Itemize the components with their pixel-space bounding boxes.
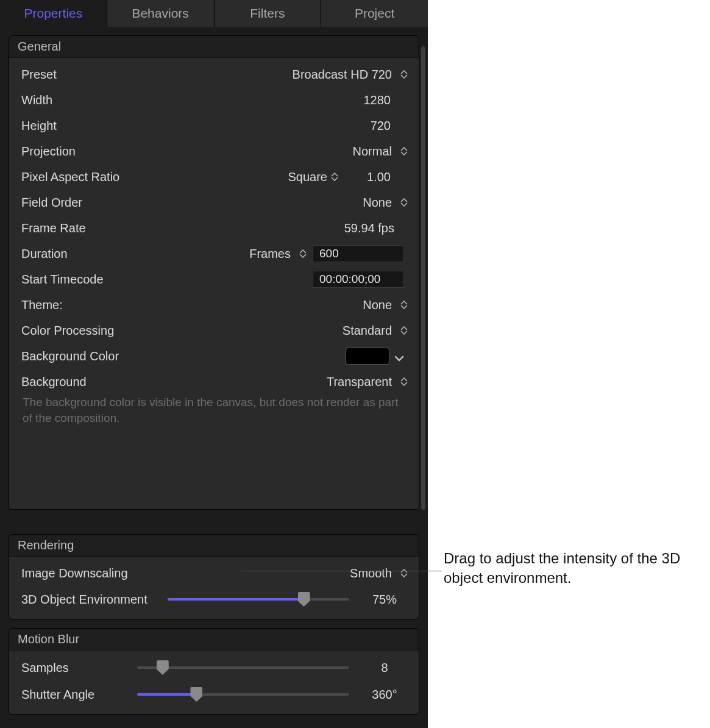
- width-label: Width: [21, 93, 149, 107]
- par-number[interactable]: 1.00: [358, 170, 394, 184]
- env-slider-fill: [168, 598, 304, 601]
- row-background-color: Background Color: [9, 343, 419, 369]
- inspector-panel: Properties Behaviors Filters Project Gen…: [0, 0, 428, 728]
- row-preset: Preset Broadcast HD 720: [9, 62, 419, 87]
- shutter-slider-thumb[interactable]: [190, 687, 202, 702]
- bgcolor-label: Background Color: [21, 349, 149, 363]
- tab-bar: Properties Behaviors Filters Project: [0, 0, 428, 27]
- shutter-slider-fill: [137, 693, 196, 696]
- preset-label: Preset: [21, 68, 149, 82]
- shutter-value[interactable]: 360°: [360, 688, 409, 702]
- row-color-processing: Color Processing Standard: [9, 318, 419, 343]
- row-projection: Projection Normal: [9, 138, 419, 164]
- row-height: Height 720: [9, 113, 419, 138]
- height-label: Height: [21, 119, 149, 133]
- height-value-text: 720: [371, 119, 394, 132]
- frame-rate-value[interactable]: 59.94 fps: [149, 221, 399, 235]
- scrollbar-thumb[interactable]: [421, 46, 425, 510]
- section-motion-blur: Motion Blur Samples 8 Shutter Angle: [9, 628, 419, 715]
- scroll-area: General Preset Broadcast HD 720 Width 12…: [0, 35, 428, 728]
- env-slider[interactable]: [168, 593, 349, 606]
- samples-label: Samples: [21, 661, 137, 675]
- start-tc-label: Start Timecode: [21, 273, 149, 287]
- height-value[interactable]: 720: [149, 119, 399, 133]
- row-field-order: Field Order None: [9, 190, 419, 215]
- row-start-timecode: Start Timecode 00:00:00;00: [9, 266, 419, 292]
- section-rendering: Rendering Image Downscaling Smooth 3D Ob…: [9, 534, 419, 619]
- tab-filters[interactable]: Filters: [215, 0, 322, 27]
- env-label: 3D Object Environment: [21, 593, 168, 607]
- frame-rate-value-text: 59.94 fps: [344, 221, 394, 235]
- background-label: Background: [21, 375, 149, 389]
- preset-value[interactable]: Broadcast HD 720: [149, 68, 397, 82]
- chevron-down-icon[interactable]: [394, 351, 404, 361]
- color-proc-label: Color Processing: [21, 324, 149, 338]
- updn-icon[interactable]: [399, 68, 409, 80]
- updn-icon[interactable]: [330, 171, 339, 183]
- row-background: Background Transparent: [9, 369, 419, 394]
- env-value[interactable]: 75%: [360, 593, 409, 607]
- section-body-rendering: Image Downscaling Smooth 3D Object Envir…: [9, 557, 419, 619]
- updn-icon[interactable]: [298, 248, 308, 260]
- row-width: Width 1280: [9, 87, 419, 113]
- section-body-motion-blur: Samples 8 Shutter Angle 360°: [9, 651, 419, 714]
- updn-icon[interactable]: [399, 145, 409, 157]
- updn-icon[interactable]: [399, 299, 409, 311]
- width-value-text: 1280: [364, 93, 395, 107]
- updn-icon[interactable]: [399, 376, 409, 388]
- shutter-label: Shutter Angle: [21, 688, 137, 702]
- start-tc-input[interactable]: 00:00:00;00: [313, 271, 404, 288]
- section-header-motion-blur[interactable]: Motion Blur: [9, 629, 419, 651]
- row-shutter-angle: Shutter Angle 360°: [9, 681, 419, 708]
- theme-value[interactable]: None: [149, 298, 397, 312]
- shutter-slider[interactable]: [137, 688, 349, 701]
- projection-value-text: Normal: [353, 145, 392, 158]
- tab-behaviors[interactable]: Behaviors: [107, 0, 215, 27]
- tab-properties[interactable]: Properties: [0, 0, 107, 27]
- callout-text: Drag to adjust the intensity of the 3D o…: [444, 549, 700, 588]
- samples-value[interactable]: 8: [360, 661, 409, 675]
- color-proc-value-text: Standard: [343, 324, 392, 337]
- projection-label: Projection: [21, 145, 149, 159]
- downscale-value-text: Smooth: [350, 566, 392, 580]
- updn-icon[interactable]: [399, 567, 409, 579]
- section-general: General Preset Broadcast HD 720 Width 12…: [9, 35, 419, 510]
- duration-label: Duration: [21, 247, 149, 261]
- color-proc-value[interactable]: Standard: [149, 324, 397, 338]
- theme-value-text: None: [363, 298, 392, 312]
- env-slider-thumb[interactable]: [298, 592, 310, 607]
- field-order-value-text: None: [363, 196, 392, 209]
- updn-icon[interactable]: [399, 324, 409, 337]
- bgcolor-swatch[interactable]: [346, 348, 389, 365]
- background-note: The background color is visible in the c…: [9, 394, 419, 432]
- samples-slider-thumb[interactable]: [157, 660, 169, 675]
- theme-label: Theme:: [21, 298, 149, 312]
- section-header-rendering[interactable]: Rendering: [9, 535, 419, 557]
- row-pixel-aspect-ratio: Pixel Aspect Ratio Square 1.00: [9, 164, 419, 190]
- tab-project[interactable]: Project: [321, 0, 428, 27]
- row-samples: Samples 8: [9, 654, 419, 681]
- duration-input[interactable]: 600: [313, 245, 404, 262]
- row-3d-object-environment: 3D Object Environment 75%: [9, 586, 419, 613]
- frame-rate-label: Frame Rate: [21, 221, 149, 235]
- callout-leader-line: [241, 571, 442, 571]
- row-frame-rate: Frame Rate 59.94 fps: [9, 215, 419, 241]
- field-order-label: Field Order: [21, 196, 149, 210]
- row-duration: Duration Frames 600: [9, 241, 419, 266]
- section-header-general[interactable]: General: [9, 36, 419, 58]
- preset-value-text: Broadcast HD 720: [293, 68, 392, 81]
- background-value[interactable]: Transparent: [149, 375, 397, 389]
- updn-icon[interactable]: [399, 196, 409, 209]
- row-image-downscaling: Image Downscaling Smooth: [9, 560, 419, 586]
- downscale-value[interactable]: Smooth: [168, 566, 397, 580]
- width-value[interactable]: 1280: [149, 93, 399, 107]
- field-order-value[interactable]: None: [149, 196, 397, 210]
- row-theme: Theme: None: [9, 292, 419, 318]
- section-body-general: Preset Broadcast HD 720 Width 1280 Heig: [9, 58, 419, 509]
- duration-unit[interactable]: Frames: [249, 247, 291, 261]
- background-value-text: Transparent: [327, 375, 392, 388]
- projection-value[interactable]: Normal: [149, 145, 397, 159]
- par-label: Pixel Aspect Ratio: [21, 170, 149, 184]
- samples-slider[interactable]: [137, 661, 349, 674]
- par-value[interactable]: Square: [288, 170, 328, 184]
